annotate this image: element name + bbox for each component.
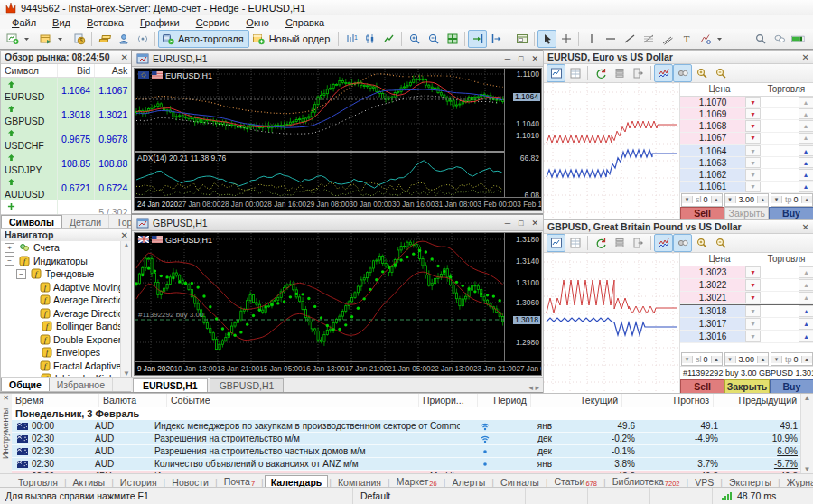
dom-circles-button[interactable] [673,64,692,82]
crosshair-button[interactable] [556,30,575,48]
new-chart-button[interactable] [3,30,36,48]
stop-loss-spinner[interactable]: ▾sl0▴ [681,352,723,366]
line-chart-button[interactable] [379,30,398,48]
spin-up-icon[interactable]: ▴ [711,196,722,203]
sell-at-price-button[interactable]: ▾ [745,318,761,330]
spin-down-icon[interactable]: ▾ [725,356,736,363]
buy-at-price-button[interactable]: ▴ [799,266,813,278]
symbol-row-AUDUSD[interactable]: AUDUSD0.67210.6724 [1,175,132,200]
column-header-7[interactable]: Прогноз [622,394,714,407]
chart-tab-scroll-arrows[interactable]: ◂ ▸ [528,383,543,392]
profiles-button[interactable] [36,30,70,48]
column-header-3[interactable]: Событие [167,394,419,407]
menu-item-сервис[interactable]: Сервис [188,17,238,28]
buy-at-price-button[interactable]: ▴ [799,182,813,192]
market-watch-tab-1[interactable]: Символы [1,215,62,229]
sell-button[interactable]: Sell [680,207,724,220]
zoom-out-button[interactable] [424,30,443,48]
ladder-row[interactable]: 1.1067▾▴ [680,133,813,145]
calendar-event-row[interactable]: 00:00AUDИндекс менеджеров по закупкам в … [12,420,801,433]
symbol-row-EURUSD[interactable]: EURUSD1.10641.1067 [1,78,132,103]
tree-item[interactable]: −fТрендовые [1,267,132,281]
buy-button[interactable]: Buy [770,379,813,394]
status-profile[interactable]: Default [352,488,463,504]
column-header-2[interactable]: Валюта [99,394,167,407]
tree-item[interactable]: fAdaptive Moving Average [1,281,132,294]
menu-item-графики[interactable]: Графики [132,17,188,28]
position-row[interactable]: #11392292 buy 3.00 GBPUSD 1.3018▾ [680,366,813,379]
price-column-header[interactable]: Цена [680,253,759,266]
fibonacci-button[interactable] [639,30,658,48]
ladder-trade-cell[interactable] [761,266,799,278]
ladder-row[interactable]: 1.1068▾▴ [680,120,813,132]
sell-at-price-button[interactable]: ▾ [745,331,761,342]
spin-down-icon[interactable]: ▾ [682,196,693,203]
sell-button[interactable]: Sell [680,379,724,394]
connection-button[interactable] [789,30,808,48]
bars-button[interactable]: 1 [341,30,360,48]
trade-column-header[interactable]: Торговля [759,83,813,96]
market-button[interactable] [95,30,114,48]
sell-at-price-button[interactable]: ▾ [745,108,761,119]
dom-depth-button[interactable] [610,64,629,82]
candles-button[interactable] [360,30,379,48]
buy-at-price-button[interactable]: ▴ [799,97,813,107]
ladder-trade-cell[interactable] [761,182,799,192]
tile-windows-button[interactable] [443,30,462,48]
dom-zoom-out-button[interactable] [711,234,730,252]
column-header-4[interactable]: Приори... [419,394,478,407]
ladder-trade-cell[interactable] [761,157,799,168]
sell-at-price-button[interactable]: ▾ [745,182,761,192]
tree-item[interactable]: fBollinger Bands [1,320,132,333]
close-icon[interactable]: ✕ [531,219,538,228]
tree-toggle-icon[interactable]: + [5,243,14,253]
column-header-1[interactable]: Время [12,394,99,407]
shapes-button[interactable] [696,30,729,48]
open-order-button[interactable]: $ [70,30,89,48]
ladder-trade-cell[interactable] [761,145,799,156]
menu-item-вставка[interactable]: Вставка [79,17,132,28]
ladder-row[interactable]: 1.1070▾▴ [680,97,813,108]
spin-up-icon[interactable]: ▴ [801,196,812,203]
dom-refresh-button[interactable] [591,64,610,82]
buy-at-price-button[interactable]: ▴ [799,169,813,180]
dom-transfer-button[interactable] [629,64,648,82]
tree-toggle-icon[interactable]: − [16,269,26,279]
ladder-row[interactable]: 1.1069▾▴ [680,108,813,120]
sell-at-price-button[interactable]: ▾ [745,279,761,291]
templates-button[interactable] [512,30,531,48]
buy-at-price-button[interactable]: ▴ [799,157,813,168]
column-header-8[interactable]: Предыдущий [714,394,801,407]
alerts-button[interactable] [133,30,152,48]
status-latency[interactable]: 48.70 ms [712,488,813,504]
sell-at-price-button[interactable]: ▾ [745,305,761,317]
buy-at-price-button[interactable]: ▴ [799,318,813,330]
time-axis-gbpusd[interactable]: 9 Jan 202010 Jan 13:0013 Jan 21:0015 Jan… [135,361,541,375]
dom-book-button[interactable] [565,64,584,82]
dom-ticks-button[interactable] [654,64,673,82]
chart-tab-GBPUSDH1[interactable]: GBPUSD,H1 [210,378,285,392]
ladder-row[interactable]: 1.3017▾▴ [680,318,813,331]
autotrade-button[interactable]: Авто-торговля [158,30,249,48]
price-column-header[interactable]: Цена [680,83,759,96]
buy-at-price-button[interactable]: ▴ [799,279,813,291]
chat-button[interactable] [770,30,789,48]
ladder-trade-cell[interactable] [761,331,799,342]
close-icon[interactable]: ✕ [121,52,128,62]
tree-item[interactable]: fDouble Exponential Moving Average [1,333,132,347]
tree-item[interactable]: −fИндикаторы [1,255,132,268]
menu-item-файл[interactable]: Файл [4,17,44,28]
volume-spinner[interactable]: ▾3.00▴ [724,352,770,366]
take-profit-spinner[interactable]: ▾tp0▴ [771,193,813,207]
ladder-trade-cell[interactable] [761,318,799,330]
navigator-tab-2[interactable]: Избранное [50,378,113,391]
menu-item-окно[interactable]: Окно [238,17,277,28]
take-profit-spinner[interactable]: ▾tp0▴ [771,352,813,366]
dom-circles-button[interactable] [673,234,692,252]
spin-up-icon[interactable]: ▴ [711,356,722,363]
dom-transfer-button[interactable] [629,234,648,252]
cursor-button[interactable] [537,30,556,48]
vertical-line-button[interactable] [582,30,601,48]
ladder-trade-cell[interactable] [761,108,799,119]
chart-window-titlebar[interactable]: GBPUSD,H1 ─□✕ [132,215,544,231]
